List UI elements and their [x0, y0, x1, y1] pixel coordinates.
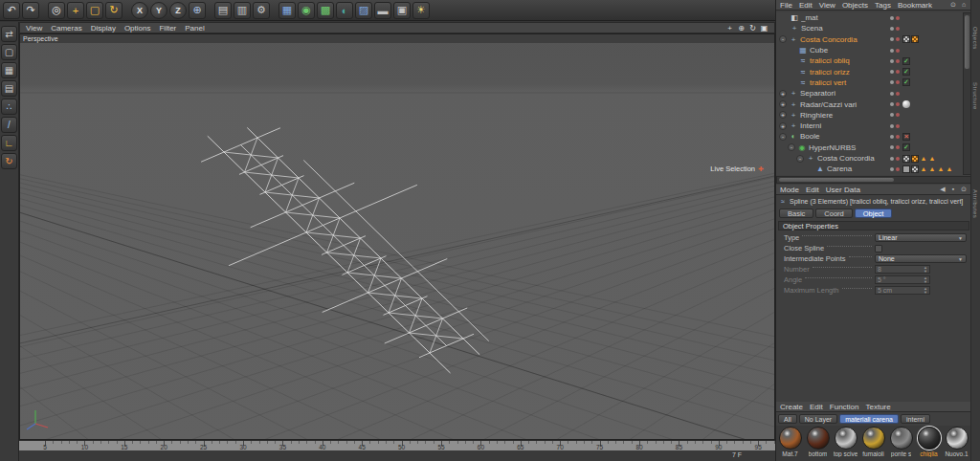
viewport-menu-panel[interactable]: Panel [185, 24, 204, 33]
render-visibility-dot[interactable] [896, 27, 900, 31]
lock-y-axis-icon[interactable]: Y [150, 2, 167, 19]
edge-tab-objects[interactable]: Objects [972, 27, 978, 50]
add-floor-icon[interactable]: ▬ [374, 2, 391, 19]
mm-menu-create[interactable]: Create [780, 403, 803, 411]
material-item[interactable]: fumaioli [859, 426, 887, 461]
am-menu-user-data[interactable]: User Data [826, 186, 860, 194]
pan-view-icon[interactable]: + [725, 24, 734, 33]
editor-visibility-dot[interactable] [890, 92, 894, 96]
material-sphere-thumb[interactable] [807, 427, 830, 450]
render-visibility-dot[interactable] [896, 145, 900, 149]
phong-tag-icon[interactable]: ▲ [920, 155, 927, 163]
stepper-arrows-icon[interactable]: ▲▼ [924, 266, 927, 273]
tree-row[interactable]: -◉HyperNURBS✓ [776, 143, 963, 153]
edge-mode-icon[interactable]: / [1, 117, 17, 133]
viewport-menu-display[interactable]: Display [91, 24, 116, 33]
am-menu-edit[interactable]: Edit [806, 186, 819, 194]
tree-row[interactable]: ≈tralicci vert✓ [776, 77, 963, 88]
material-sphere-thumb[interactable] [946, 427, 969, 450]
axis-mode-icon[interactable]: ∟ [1, 135, 17, 151]
texture-tag-icon[interactable] [902, 35, 910, 43]
tree-row[interactable]: ▲Carena▲▲▲▲ [776, 164, 963, 174]
material-item[interactable]: ponte s [887, 426, 915, 461]
material-tag-icon[interactable] [902, 100, 910, 108]
material-sphere-thumb[interactable] [835, 427, 858, 450]
search-icon[interactable]: ⊙ [960, 186, 968, 193]
tree-row[interactable]: -◐Boole× [776, 131, 963, 142]
render-visibility-dot[interactable] [896, 37, 900, 41]
redo-icon[interactable]: ↷ [22, 2, 39, 19]
collapse-icon[interactable]: - [779, 35, 787, 43]
editor-visibility-dot[interactable] [890, 124, 894, 128]
tree-row[interactable]: ▦Cube [776, 45, 963, 55]
rotate-tool-icon[interactable]: ↻ [105, 2, 122, 19]
scroll-top-icon[interactable]: ⌂ [960, 1, 968, 9]
editor-visibility-dot[interactable] [890, 157, 894, 161]
undo-icon[interactable]: ↶ [3, 2, 20, 19]
viewport-menu-cameras[interactable]: Cameras [51, 24, 81, 33]
search-icon[interactable]: ⊙ [949, 1, 957, 9]
hscroll-thumb[interactable] [779, 178, 894, 182]
editor-visibility-dot[interactable] [890, 102, 894, 106]
layer-tab-all[interactable]: All [778, 414, 797, 424]
layer-tab-materiali-carena[interactable]: materiali carena [839, 414, 899, 424]
add-array-icon[interactable]: ▩ [317, 2, 334, 19]
enabled-check-icon[interactable]: ✓ [902, 143, 910, 151]
edge-tab-attributes[interactable]: Attributes [972, 189, 978, 218]
render-visibility-dot[interactable] [896, 80, 900, 84]
tree-row[interactable]: ≈tralicci orizz✓ [776, 66, 963, 77]
live-selection-icon[interactable]: ◎ [48, 2, 65, 19]
render-visibility-dot[interactable] [896, 124, 900, 128]
timeline-ruler[interactable]: 5101520253035404550556065707580859095 [19, 440, 775, 450]
editor-visibility-dot[interactable] [890, 49, 894, 53]
editor-visibility-dot[interactable] [890, 167, 894, 171]
lock-x-axis-icon[interactable]: X [131, 2, 148, 19]
texture-mode-icon[interactable]: ▦ [1, 62, 17, 78]
back-icon[interactable]: ◀ [939, 186, 947, 193]
scale-tool-icon[interactable]: ▢ [86, 2, 103, 19]
model-mode-icon[interactable]: ▢ [1, 44, 17, 60]
editor-visibility-dot[interactable] [890, 80, 894, 84]
layer-tab-no-layer[interactable]: No Layer [799, 414, 837, 424]
enabled-check-icon[interactable]: ✓ [902, 78, 910, 86]
viewport-canvas[interactable] [20, 43, 775, 440]
tree-row[interactable]: +Scena [776, 23, 963, 33]
editor-visibility-dot[interactable] [890, 145, 894, 149]
render-visibility-dot[interactable] [896, 102, 900, 106]
om-menu-view[interactable]: View [819, 1, 835, 10]
workplane-mode-icon[interactable]: ▤ [1, 80, 17, 97]
tree-row[interactable]: ++Separatori [776, 88, 963, 99]
render-visibility-dot[interactable] [896, 70, 900, 74]
vscroll-thumb[interactable] [965, 15, 969, 69]
edge-tab-structure[interactable]: Structure [972, 82, 978, 110]
expand-icon[interactable]: + [779, 122, 787, 130]
add-bezier-icon[interactable]: ▨ [355, 2, 372, 19]
enabled-check-icon[interactable]: ✓ [902, 68, 910, 76]
move-tool-icon[interactable]: + [67, 2, 84, 19]
texture-tag-icon[interactable] [911, 155, 919, 163]
texture-tag-icon[interactable] [902, 155, 910, 163]
tree-row[interactable]: ++Interni [776, 121, 963, 131]
viewport-menu-view[interactable]: View [26, 24, 42, 33]
render-visibility-dot[interactable] [896, 92, 900, 96]
render-visibility-dot[interactable] [896, 49, 900, 53]
coordinate-system-icon[interactable]: ⊕ [189, 2, 206, 19]
enabled-check-icon[interactable]: ✓ [902, 57, 910, 65]
render-active-view-icon[interactable]: ▥ [234, 2, 251, 19]
material-item[interactable]: Nuovo.1 [943, 426, 970, 461]
editor-visibility-dot[interactable] [890, 113, 894, 117]
material-sphere-thumb[interactable] [890, 427, 913, 450]
disabled-x-icon[interactable]: × [902, 133, 910, 141]
field-number-input[interactable]: 8▲▼ [875, 265, 930, 274]
render-visibility-dot[interactable] [896, 59, 900, 63]
tree-row[interactable]: -+Costa Concordia [776, 34, 963, 45]
render-visibility-dot[interactable] [896, 157, 900, 161]
viewport-menu-options[interactable]: Options [124, 24, 151, 33]
texture-tag-icon[interactable] [902, 165, 910, 173]
render-visibility-dot[interactable] [896, 16, 900, 20]
material-sphere-thumb[interactable] [918, 427, 941, 450]
add-light-icon[interactable]: ☀ [412, 2, 430, 19]
render-view-icon[interactable]: ▤ [214, 2, 232, 19]
editor-visibility-dot[interactable] [890, 59, 894, 63]
material-sphere-thumb[interactable] [862, 427, 885, 450]
